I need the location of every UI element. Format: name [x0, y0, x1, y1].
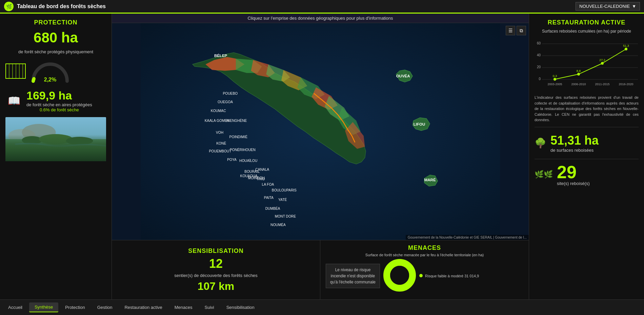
layer-button[interactable]: ⧉: [517, 26, 526, 35]
svg-text:0,3: 0,3: [553, 74, 557, 78]
nav-tab-accueil[interactable]: Accueil: [3, 303, 28, 312]
svg-text:NOUMÉA: NOUMÉA: [270, 223, 286, 227]
map-svg: BÉLEP POUEBO OUEGOA KOUMAC KAALA GOMEN H…: [112, 23, 529, 240]
km-value: 107 km: [198, 280, 235, 293]
header-left: 🌿 Tableau de bord des forêts sèches: [4, 2, 106, 11]
protected-pct: 0.6% de forêt sèche: [26, 107, 92, 112]
line-chart: 60 40 20 0 2003-2005 2006-2010 2011-2015…: [535, 38, 639, 92]
svg-text:POYA: POYA: [227, 158, 237, 162]
nav-tab-suivi[interactable]: Suivi: [199, 303, 220, 312]
svg-text:HIENGHÈNE: HIENGHÈNE: [226, 118, 247, 123]
restauration-panel: RESTAURATION ACTIVE Surfaces reboisées c…: [529, 14, 644, 299]
svg-point-5: [39, 134, 73, 144]
sentiers-label: sentier(s) de découverte des forêts sèch…: [174, 273, 258, 278]
svg-point-52: [577, 73, 580, 76]
nav-tab-synthèse[interactable]: Synthèse: [29, 302, 58, 312]
svg-text:KOUAOUA: KOUAOUA: [240, 174, 258, 178]
svg-text:PONÉRIHOUEN: PONÉRIHOUEN: [230, 148, 256, 152]
sensib-title: SENSIBLISATION: [188, 247, 244, 255]
svg-point-4: [22, 136, 42, 144]
restauration-ha-label: de surfaces reboisées: [550, 148, 599, 153]
svg-text:POUEMBOUT: POUEMBOUT: [209, 149, 232, 153]
svg-text:POINDIMIÉ: POINDIMIÉ: [229, 135, 248, 139]
svg-text:2011-2015: 2011-2015: [595, 82, 609, 86]
gauge-chart: 2,2%: [30, 59, 71, 83]
bottom-navigation: AccueilSynthèseProtectionGestionRestaura…: [0, 299, 644, 315]
svg-rect-3: [5, 139, 106, 161]
svg-text:HOUAÏLOU: HOUAÏLOU: [239, 159, 257, 163]
legend-value: 31 014,9: [464, 274, 479, 278]
nav-tab-protection[interactable]: Protection: [60, 303, 90, 312]
nav-tab-gestion[interactable]: Gestion: [92, 303, 118, 312]
svg-text:KAALA GOMEN: KAALA GOMEN: [205, 119, 230, 123]
ha-stat-row: 🌳 51,31 ha de surfaces reboisées: [535, 131, 639, 155]
map-tools: ☰ ⧉: [506, 26, 526, 35]
svg-point-2: [22, 124, 56, 141]
legend-dot-green: [419, 274, 423, 277]
app-header: 🌿 Tableau de bord des forêts sèches NOUV…: [0, 0, 644, 14]
svg-text:KONÈ: KONÈ: [216, 141, 226, 145]
restauration-desc: L'indicateur des surfaces reboisées prov…: [535, 95, 639, 123]
svg-text:POUEBO: POUEBO: [223, 92, 238, 95]
protected-ha-value: 169,9 ha: [26, 89, 92, 102]
divider-1: [535, 127, 639, 127]
protected-row: 📖 169,9 ha de forêt sèche en aires proté…: [5, 88, 106, 114]
protection-ha-value: 680 ha: [5, 30, 106, 46]
svg-text:PAITA: PAITA: [264, 196, 274, 200]
app-title: Tableau de bord des forêts sèches: [17, 3, 106, 10]
svg-text:THIO: THIO: [257, 177, 265, 181]
svg-text:LIFOU: LIFOU: [414, 122, 425, 126]
svg-text:20: 20: [537, 65, 541, 69]
svg-text:MONT DORE: MONT DORE: [275, 215, 296, 218]
svg-text:27,2: 27,2: [599, 58, 605, 62]
svg-text:8,8: 8,8: [577, 69, 581, 73]
landscape-image: [5, 117, 106, 161]
sensibilisation-panel: SENSIBLISATION 12 sentier(s) de découver…: [112, 240, 320, 299]
gauge-row: 2,2%: [5, 58, 106, 84]
protection-title: PROTECTION: [5, 19, 106, 26]
region-selector[interactable]: NOUVELLE-CALEDONIE ▼: [576, 2, 640, 11]
svg-text:OUEGOA: OUEGOA: [218, 100, 233, 104]
restauration-ha-value: 51,31 ha: [550, 133, 599, 148]
bottom-row: SENSIBLISATION 12 sentier(s) de découver…: [112, 240, 529, 299]
center-panel: Cliquez sur l'emprise des données géogra…: [112, 14, 529, 299]
menaces-donut-chart: [383, 258, 417, 294]
map-area[interactable]: ☰ ⧉: [112, 23, 529, 240]
protection-panel: PROTECTION 680 ha de forêt sèche protégé…: [0, 14, 112, 299]
logo-icon: 🌿: [6, 4, 12, 9]
list-view-button[interactable]: ☰: [506, 26, 515, 35]
tree-icon-1: 🌳: [535, 137, 546, 149]
svg-text:LA FOA: LA FOA: [262, 183, 274, 186]
svg-point-51: [554, 78, 556, 81]
svg-text:KOUMAC: KOUMAC: [211, 109, 226, 113]
svg-text:DUMBÉA: DUMBÉA: [265, 206, 280, 210]
svg-text:2016-2020: 2016-2020: [619, 82, 633, 86]
svg-point-38: [390, 266, 409, 285]
svg-text:YATÉ: YATÉ: [278, 198, 287, 202]
svg-point-54: [625, 48, 627, 51]
svg-text:BÉLEP: BÉLEP: [214, 54, 227, 58]
menaces-info-box: Le niveau de risque incendie n'est dispo…: [326, 264, 380, 288]
region-label: NOUVELLE-CALEDONIE: [579, 4, 630, 9]
fence-icon: [5, 63, 26, 79]
chevron-down-icon: ▼: [632, 4, 636, 9]
nav-tab-menaces[interactable]: Menaces: [169, 303, 198, 312]
legend-label: Risque faible à modéré: [425, 274, 463, 278]
main-content: PROTECTION 680 ha de forêt sèche protégé…: [0, 14, 644, 299]
sites-label: site(s) reboisé(s): [557, 181, 590, 186]
menaces-panel: MENACES Surface de forêt sèche menacée p…: [320, 240, 529, 299]
map-attribution: Gouvernement de la Nouvelle-Calédonie et…: [406, 235, 529, 240]
nav-tab-restauration-active[interactable]: Restauration active: [119, 303, 167, 312]
menaces-title: MENACES: [408, 244, 441, 252]
sites-count: 29: [557, 163, 590, 181]
svg-text:0: 0: [539, 77, 541, 81]
svg-point-53: [601, 62, 604, 65]
divider-2: [535, 159, 639, 159]
svg-text:2003-2005: 2003-2005: [547, 82, 562, 86]
app-logo: 🌿: [4, 2, 14, 11]
svg-text:40: 40: [537, 53, 541, 57]
svg-text:VOH: VOH: [216, 131, 223, 134]
nav-tab-sensibilisation[interactable]: Sensibilisation: [221, 303, 260, 312]
map-header: Cliquez sur l'emprise des données géogra…: [112, 14, 529, 23]
svg-text:51,3: 51,3: [623, 44, 629, 48]
